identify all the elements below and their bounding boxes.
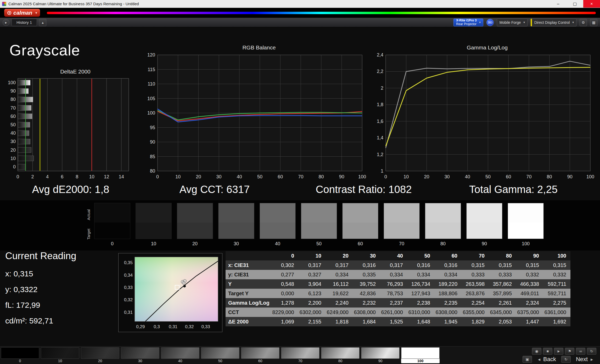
table-row: x: CIE310,3020,3170,3170,3160,3170,3160,… bbox=[226, 260, 570, 270]
svg-text:1,2: 1,2 bbox=[377, 152, 383, 157]
resume-button[interactable]: ↻ bbox=[561, 356, 571, 363]
svg-text:0,33: 0,33 bbox=[201, 324, 210, 329]
patch-button-80[interactable]: 80 bbox=[321, 347, 360, 363]
svg-text:0,33: 0,33 bbox=[124, 285, 133, 290]
patch-button-40[interactable]: 40 bbox=[161, 347, 199, 363]
toolbar-left: ▸ History 1 ▴ bbox=[3, 19, 46, 26]
patch-face bbox=[361, 347, 400, 359]
svg-text:12: 12 bbox=[104, 174, 109, 179]
patch-button-0[interactable]: 0 bbox=[1, 347, 39, 363]
deltae-bar-20 bbox=[18, 147, 31, 153]
meter-status-badge[interactable]: 383 bbox=[486, 19, 494, 26]
svg-text:100: 100 bbox=[147, 110, 155, 116]
table-cell: 6,123 bbox=[297, 291, 324, 297]
table-header-row: 0102030405060708090100 bbox=[226, 251, 570, 260]
table-cell: 0,316 bbox=[352, 262, 379, 268]
svg-text:20: 20 bbox=[424, 174, 429, 179]
table-row: y: CIE310,2770,3270,3340,3350,3340,3340,… bbox=[226, 270, 570, 279]
stop-patches-button[interactable]: ▣ bbox=[523, 356, 532, 363]
table-cell: 2,240 bbox=[324, 300, 352, 306]
svg-text:1: 1 bbox=[381, 168, 383, 174]
gamma-plot: 010203040506070809010011,21,41,61,822,22… bbox=[369, 53, 595, 182]
minimize-button[interactable]: – bbox=[550, 0, 567, 8]
table-cell: 78,753 bbox=[379, 291, 406, 297]
history-add-button[interactable]: ▴ bbox=[39, 19, 46, 26]
patch-button-30[interactable]: 30 bbox=[121, 347, 159, 363]
svg-text:1,6: 1,6 bbox=[377, 119, 383, 124]
table-column-header: 30 bbox=[352, 253, 379, 259]
swatch-strip: Actual Target 0102030405060708090100 bbox=[0, 200, 600, 251]
gamma-chart-title: Gamma Log/Log bbox=[369, 44, 595, 53]
svg-text:95: 95 bbox=[150, 125, 155, 130]
close-button[interactable]: × bbox=[583, 0, 600, 8]
svg-text:30: 30 bbox=[216, 174, 222, 179]
table-cell: 0,333 bbox=[488, 272, 515, 278]
table-row-label: y: CIE31 bbox=[226, 272, 270, 278]
next-button[interactable]: Next ► bbox=[573, 356, 596, 363]
navigation-controls: ▣ ◄ Back ↻ Next ► bbox=[523, 356, 596, 363]
chevron-down-icon: ▾ bbox=[35, 11, 37, 15]
table-row-label: ΔE 2000 bbox=[226, 319, 270, 325]
table-cell: 6310,000 bbox=[406, 309, 433, 315]
chevron-down-icon: ▾ bbox=[524, 21, 525, 24]
svg-text:14: 14 bbox=[119, 174, 124, 179]
settings-gear-button[interactable]: ⚙ bbox=[580, 19, 587, 26]
swatch-target bbox=[467, 223, 502, 239]
toolbar-right: X-Rite i1Pro 3 Rear Projector ▾ 383 Mobi… bbox=[453, 19, 597, 26]
table-cell: 19,622 bbox=[324, 291, 352, 297]
loop-button[interactable]: ∞ bbox=[576, 348, 585, 355]
table-cell: 2,261 bbox=[488, 300, 515, 306]
grayscale-swatch-40: 40 bbox=[260, 203, 296, 247]
patch-button-20[interactable]: 20 bbox=[81, 347, 119, 363]
calman-logo-icon bbox=[7, 11, 11, 15]
window-controls: – ▢ × bbox=[550, 0, 600, 8]
table-column-header: 100 bbox=[542, 253, 569, 259]
logo-bar: calman ▾ bbox=[0, 8, 600, 18]
rgb-balance-chart-title: RGB Balance bbox=[141, 44, 366, 53]
stop-button[interactable]: ■ bbox=[543, 348, 552, 355]
record-button[interactable]: ◉ bbox=[532, 348, 541, 355]
play-button[interactable]: ► bbox=[554, 348, 563, 355]
reading-fl: fL: 172,99 bbox=[5, 301, 76, 310]
patch-face bbox=[81, 347, 119, 359]
layout-grid-button[interactable]: ▦ bbox=[590, 19, 597, 26]
transport-controls: ◉■►⚑∞↻ bbox=[532, 348, 596, 355]
rgb-balance-plot: 0102030405060708090100808590951001051101… bbox=[141, 53, 366, 182]
back-button[interactable]: ◄ Back bbox=[535, 356, 559, 363]
svg-text:10: 10 bbox=[403, 174, 409, 179]
table-cell: 0,315 bbox=[488, 262, 515, 268]
patch-label: 40 bbox=[161, 359, 199, 363]
patch-label: 0 bbox=[1, 359, 39, 363]
maximize-button[interactable]: ▢ bbox=[567, 0, 583, 8]
chevron-down-icon: ▾ bbox=[572, 21, 574, 24]
display-control-dropdown[interactable]: Direct Display Control ▾ bbox=[531, 19, 576, 26]
patch-button-50[interactable]: 50 bbox=[201, 347, 239, 363]
flag-button[interactable]: ⚑ bbox=[565, 348, 574, 355]
swatch-actual bbox=[384, 203, 419, 223]
patch-button-90[interactable]: 90 bbox=[361, 347, 400, 363]
table-row-label: Y bbox=[226, 281, 270, 287]
svg-text:100: 100 bbox=[586, 174, 594, 179]
svg-text:1,8: 1,8 bbox=[377, 102, 383, 107]
patch-button-60[interactable]: 60 bbox=[241, 347, 279, 363]
table-cell: 8229,000 bbox=[270, 309, 297, 315]
svg-text:80: 80 bbox=[547, 174, 552, 179]
table-cell: 263,598 bbox=[461, 281, 488, 287]
table-cell: 6302,000 bbox=[297, 309, 324, 315]
patch-button-70[interactable]: 70 bbox=[281, 347, 319, 363]
swatch-actual bbox=[136, 203, 171, 223]
source-dropdown[interactable]: Mobile Forge ▾ bbox=[497, 19, 528, 26]
table-column-header: 0 bbox=[270, 253, 297, 259]
svg-text:30: 30 bbox=[10, 139, 16, 144]
patch-label: 90 bbox=[361, 359, 400, 363]
history-collapse-button[interactable]: ▸ bbox=[3, 19, 9, 26]
patch-button-100[interactable]: 100 bbox=[401, 347, 440, 363]
meter-dropdown[interactable]: X-Rite i1Pro 3 Rear Projector ▾ bbox=[453, 19, 483, 26]
table-cell: 0,334 bbox=[433, 272, 461, 278]
tab-history-1[interactable]: History 1 bbox=[12, 19, 37, 26]
calman-logo[interactable]: calman ▾ bbox=[4, 9, 40, 17]
refresh-button[interactable]: ↻ bbox=[587, 348, 596, 355]
patch-button-10[interactable]: 10 bbox=[41, 347, 79, 363]
patch-label: 80 bbox=[321, 359, 360, 363]
table-cell: 6375,000 bbox=[515, 309, 542, 315]
